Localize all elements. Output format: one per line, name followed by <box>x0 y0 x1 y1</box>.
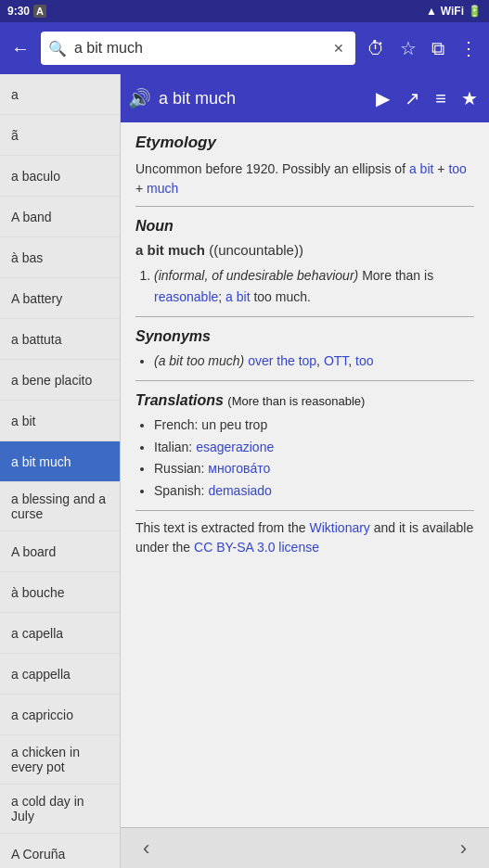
favorites-button[interactable] <box>396 33 420 63</box>
clear-search-button[interactable] <box>329 37 348 59</box>
main-layout: a ã a baculo A band à bas A battery a ba… <box>0 74 489 868</box>
sidebar-item-atilde[interactable]: ã <box>0 115 120 156</box>
toc-button[interactable] <box>431 84 450 113</box>
article: Etymology Uncommon before 1920. Possibly… <box>121 122 489 827</box>
sidebar-item-achicken[interactable]: a chicken in every pot <box>0 735 120 785</box>
etymology-text: Uncommon before 1920. Possibly an ellips… <box>135 160 474 198</box>
share-button[interactable] <box>401 83 424 113</box>
content-header: 🔊 a bit much <box>121 74 489 122</box>
sidebar-item-acapella[interactable]: a capella <box>0 613 120 654</box>
sidebar-item-ablessing[interactable]: a blessing and a curse <box>0 482 120 531</box>
content-pane: 🔊 a bit much Etymology Uncommon before 1… <box>121 74 489 868</box>
link-mnogovato[interactable]: многовáто <box>208 461 270 476</box>
bottom-nav <box>121 827 489 868</box>
status-right: ▲ WiFi 🔋 <box>426 5 482 18</box>
search-bar: 🔍 a bit much <box>0 22 489 74</box>
divider-4 <box>135 510 474 511</box>
signal-icon: ▲ <box>426 5 437 18</box>
sidebar-item-abitmuch[interactable]: a bit much <box>0 441 120 482</box>
search-query: a bit much <box>67 40 329 57</box>
sidebar-item-acoldday[interactable]: a cold day in July <box>0 785 120 834</box>
link-too2[interactable]: too <box>355 353 373 368</box>
sidebar-item-abenplacito[interactable]: a bene placito <box>0 360 120 401</box>
history-button[interactable] <box>363 34 389 63</box>
translation-french: French: un peu trop <box>154 415 474 437</box>
translations-sub: (More than is reasonable) <box>227 394 365 408</box>
sidebar-item-abattuta[interactable]: a battuta <box>0 319 120 360</box>
link-abit[interactable]: a bit <box>409 161 433 176</box>
status-time: 9:30 <box>7 5 30 18</box>
link-much[interactable]: much <box>147 181 178 196</box>
search-icon: 🔍 <box>48 40 67 57</box>
sidebar-item-abattery[interactable]: A battery <box>0 278 120 319</box>
sidebar-item-aboard[interactable]: A board <box>0 531 120 572</box>
sidebar-item-abouche[interactable]: à bouche <box>0 572 120 613</box>
link-too[interactable]: too <box>448 161 466 176</box>
link-ott[interactable]: OTT <box>324 353 348 368</box>
synonym-italic: (a bit too much) <box>154 353 244 368</box>
link-abit2[interactable]: a bit <box>225 289 250 304</box>
sidebar-item-acoruna[interactable]: A Coruña <box>0 834 120 868</box>
sidebar-item-abaculo[interactable]: a baculo <box>0 156 120 197</box>
divider-3 <box>135 380 474 381</box>
more-button[interactable] <box>456 33 482 63</box>
play-button[interactable] <box>372 83 393 113</box>
synonym-item: (a bit too much) over the top, OTT, too <box>154 351 474 373</box>
link-reasonable[interactable]: reasonable <box>154 289 218 304</box>
link-esagerazione[interactable]: esagerazione <box>196 440 274 454</box>
sense-item: (informal, of undesirable behaviour) Mor… <box>154 265 474 310</box>
bookmark-button[interactable] <box>457 83 482 113</box>
translation-russian: Russian: многовáто <box>154 458 474 480</box>
sidebar: a ã a baculo A band à bas A battery a ba… <box>0 74 121 868</box>
next-entry-button[interactable] <box>453 833 474 864</box>
prev-entry-button[interactable] <box>135 833 157 864</box>
sidebar-item-abas[interactable]: à bas <box>0 237 120 278</box>
synonyms-heading: Synonyms <box>135 328 474 345</box>
search-input-box[interactable]: 🔍 a bit much <box>41 32 355 65</box>
status-icon-a: A <box>33 5 46 18</box>
sidebar-item-acappella[interactable]: a cappella <box>0 654 120 695</box>
word-entry: a bit much ((uncountable)) <box>135 240 474 262</box>
etymology-heading: Etymology <box>135 134 474 152</box>
grammar-note: ((uncountable)) <box>209 242 303 258</box>
synonym-links: over the top, OTT, too <box>248 353 373 368</box>
sidebar-item-aband[interactable]: A band <box>0 197 120 237</box>
status-bar: 9:30 A ▲ WiFi 🔋 <box>0 0 489 22</box>
battery-icon: 🔋 <box>468 5 482 18</box>
link-overthetop[interactable]: over the top <box>248 353 316 368</box>
sound-icon[interactable]: 🔊 <box>128 87 151 109</box>
link-license[interactable]: CC BY-SA 3.0 license <box>194 540 319 555</box>
status-left: 9:30 A <box>7 5 46 18</box>
wifi-icon: WiFi <box>441 5 464 18</box>
translation-italian: Italian: esagerazione <box>154 437 474 459</box>
divider-1 <box>135 206 474 207</box>
entry-title: a bit much <box>159 89 365 108</box>
translations-heading: Translations (More than is reasonable) <box>135 392 474 409</box>
word-text: a bit much <box>135 242 205 258</box>
divider-2 <box>135 316 474 317</box>
sense-label: (informal, of undesirable behaviour) <box>154 268 358 283</box>
sidebar-item-a[interactable]: a <box>0 74 120 115</box>
link-wiktionary[interactable]: Wiktionary <box>310 520 370 535</box>
copy-button[interactable] <box>428 34 448 63</box>
translation-spanish: Spanish: demasiado <box>154 480 474 503</box>
footer-text: This text is extracted from the Wiktiona… <box>135 518 474 557</box>
back-button[interactable] <box>7 34 33 63</box>
link-demasiado[interactable]: demasiado <box>208 483 272 498</box>
noun-heading: Noun <box>135 218 474 235</box>
sidebar-item-acapriccio[interactable]: a capriccio <box>0 695 120 735</box>
sidebar-item-abit[interactable]: a bit <box>0 401 120 441</box>
